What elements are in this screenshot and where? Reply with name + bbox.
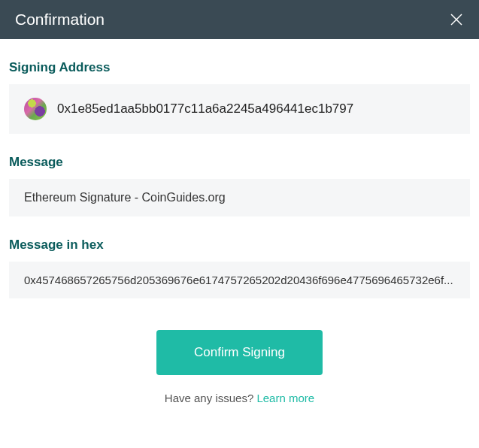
- message-hex-value: 0x457468657265756d205369676e617475726520…: [9, 262, 470, 298]
- learn-more-link[interactable]: Learn more: [256, 392, 314, 404]
- message-hex-section: Message in hex 0x457468657265756d2053696…: [9, 238, 470, 298]
- confirm-signing-button[interactable]: Confirm Signing: [156, 330, 323, 375]
- signing-address-section: Signing Address 0x1e85ed1aa5bb0177c11a6a…: [9, 60, 470, 134]
- message-value: Ethereum Signature - CoinGuides.org: [9, 179, 470, 216]
- close-button[interactable]: [449, 12, 464, 27]
- signing-address-box: 0x1e85ed1aa5bb0177c11a6a2245a496441ec1b7…: [9, 84, 470, 134]
- dialog-content: Signing Address 0x1e85ed1aa5bb0177c11a6a…: [0, 39, 479, 419]
- message-label: Message: [9, 155, 470, 170]
- dialog-header: Confirmation: [0, 0, 479, 39]
- issues-prefix: Have any issues?: [165, 392, 257, 404]
- signing-address-label: Signing Address: [9, 60, 470, 75]
- dialog-footer: Confirm Signing Have any issues? Learn m…: [9, 330, 470, 404]
- close-icon: [449, 12, 464, 27]
- dialog-title: Confirmation: [15, 11, 105, 29]
- signing-address-value: 0x1e85ed1aa5bb0177c11a6a2245a496441ec1b7…: [57, 101, 353, 117]
- issues-text: Have any issues? Learn more: [165, 392, 314, 404]
- message-hex-label: Message in hex: [9, 238, 470, 253]
- address-avatar-icon: [24, 98, 47, 120]
- message-section: Message Ethereum Signature - CoinGuides.…: [9, 155, 470, 216]
